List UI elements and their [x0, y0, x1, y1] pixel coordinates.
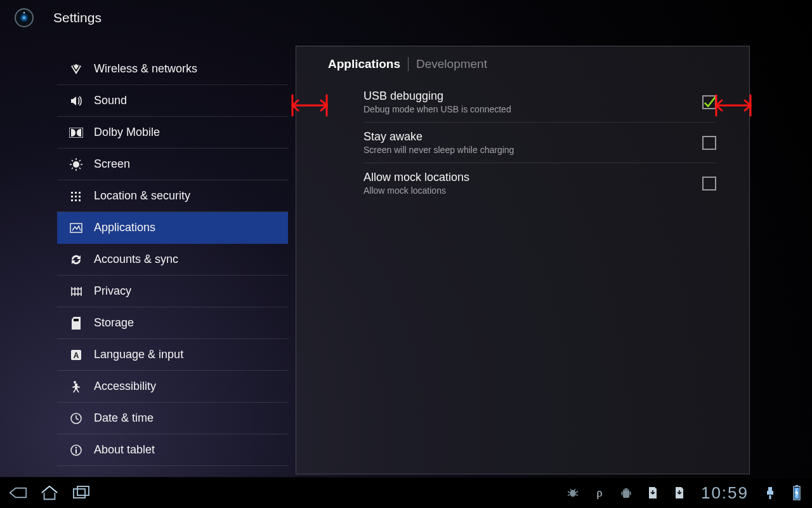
svg-rect-17: [75, 196, 77, 197]
svg-line-49: [575, 491, 578, 493]
page-title: Settings: [53, 10, 102, 25]
svg-rect-46: [77, 486, 89, 495]
detail-panel: Applications Development USB debuggingDe…: [296, 46, 750, 474]
debug-icon[interactable]: [564, 484, 582, 502]
dolby-icon: [67, 128, 85, 138]
sidebar-item-label: Accounts & sync: [94, 253, 178, 266]
sidebar-item-label: Screen: [94, 157, 130, 171]
sidebar-item-accessibility[interactable]: Accessibility: [57, 371, 288, 403]
home-button[interactable]: [41, 484, 58, 502]
option-subtitle: Screen will never sleep while charging: [363, 145, 514, 155]
svg-rect-60: [771, 491, 773, 495]
screen-icon: [67, 158, 85, 171]
svg-rect-16: [71, 196, 73, 197]
sidebar-item-sync[interactable]: Accounts & sync: [57, 244, 288, 276]
sidebar-item-label: Applications: [94, 221, 155, 234]
android-icon[interactable]: [617, 484, 635, 502]
sync-icon: [67, 253, 85, 266]
svg-line-53: [574, 489, 575, 491]
location-icon: [67, 190, 85, 203]
system-bar: ρ10:59: [0, 477, 812, 508]
svg-rect-59: [767, 491, 769, 495]
svg-line-48: [568, 491, 570, 493]
sidebar-item-datetime[interactable]: Date & time: [57, 403, 288, 434]
storage-icon: [67, 316, 85, 330]
sidebar-item-label: Sound: [94, 94, 127, 107]
option-row[interactable]: USB debuggingDebug mode when USB is conn…: [363, 82, 716, 123]
svg-rect-57: [630, 491, 631, 495]
svg-rect-14: [75, 192, 77, 194]
clock[interactable]: 10:59: [701, 483, 749, 503]
svg-point-1: [20, 13, 29, 22]
sidebar-item-about[interactable]: About tablet: [57, 434, 288, 466]
option-row[interactable]: Stay awakeScreen will never sleep while …: [363, 123, 716, 163]
option-subtitle: Debug mode when USB is connected: [363, 104, 511, 114]
option-title: Allow mock locations: [363, 171, 469, 184]
svg-point-37: [75, 446, 77, 448]
option-checkbox[interactable]: [702, 95, 716, 109]
about-icon: [67, 444, 85, 457]
wifi-icon: [67, 63, 85, 76]
svg-line-12: [72, 168, 73, 169]
svg-line-11: [79, 160, 81, 161]
option-title: Stay awake: [363, 130, 514, 144]
svg-rect-56: [621, 491, 622, 495]
sidebar-item-sound[interactable]: Sound: [57, 85, 288, 117]
breadcrumb-child[interactable]: Development: [416, 57, 487, 71]
svg-text:A: A: [74, 351, 79, 360]
accessibility-icon: [67, 380, 85, 393]
svg-rect-18: [79, 196, 81, 197]
back-button[interactable]: [9, 484, 27, 502]
svg-line-10: [79, 168, 81, 169]
sidebar-item-privacy[interactable]: Privacy: [57, 276, 288, 307]
svg-rect-20: [75, 199, 77, 201]
svg-point-4: [73, 161, 79, 168]
svg-line-52: [570, 489, 572, 491]
sidebar-item-apps[interactable]: Applications: [57, 212, 288, 244]
svg-point-2: [23, 12, 25, 13]
settings-sidebar: Wireless & networksSoundDolby MobileScre…: [57, 53, 288, 466]
datetime-icon: [67, 412, 85, 425]
wifi-icon[interactable]: [761, 484, 779, 502]
apps-icon: [67, 222, 85, 234]
breadcrumb-current[interactable]: Applications: [328, 57, 400, 71]
svg-point-47: [570, 490, 575, 497]
download2-icon[interactable]: [671, 484, 688, 502]
sidebar-item-wifi[interactable]: Wireless & networks: [57, 53, 288, 85]
svg-line-9: [72, 160, 73, 161]
rho-icon[interactable]: ρ: [591, 484, 608, 502]
recent-apps-button[interactable]: [72, 484, 90, 502]
sidebar-item-label: Accessibility: [94, 380, 156, 393]
svg-rect-21: [79, 199, 81, 201]
sound-icon: [67, 95, 85, 107]
sidebar-item-label: Language & input: [94, 348, 183, 361]
svg-line-35: [76, 418, 79, 420]
sidebar-item-label: Location & security: [94, 189, 190, 203]
app-header: Settings: [0, 0, 812, 36]
svg-point-32: [74, 381, 76, 384]
sidebar-item-location[interactable]: Location & security: [57, 180, 288, 212]
sidebar-item-language[interactable]: ALanguage & input: [57, 339, 288, 371]
sidebar-item-screen[interactable]: Screen: [57, 149, 288, 180]
svg-rect-38: [75, 449, 77, 453]
svg-rect-29: [74, 319, 79, 321]
svg-rect-13: [71, 192, 73, 194]
language-icon: A: [67, 349, 85, 361]
battery-charging-icon[interactable]: [788, 484, 806, 502]
svg-rect-19: [71, 199, 73, 201]
option-row[interactable]: Allow mock locationsAllow mock locations: [363, 163, 716, 203]
option-checkbox[interactable]: [702, 177, 716, 190]
option-checkbox[interactable]: [702, 136, 716, 150]
sidebar-item-storage[interactable]: Storage: [57, 307, 288, 339]
sidebar-item-label: About tablet: [94, 443, 155, 457]
sidebar-item-label: Wireless & networks: [94, 62, 197, 76]
options-list: USB debuggingDebug mode when USB is conn…: [296, 82, 749, 203]
option-subtitle: Allow mock locations: [363, 185, 469, 196]
sidebar-item-dolby[interactable]: Dolby Mobile: [57, 117, 288, 149]
sidebar-item-label: Privacy: [94, 284, 131, 298]
download1-icon[interactable]: [644, 484, 662, 502]
sidebar-item-label: Date & time: [94, 411, 154, 425]
sidebar-item-label: Dolby Mobile: [94, 126, 160, 139]
svg-line-50: [568, 495, 570, 495]
privacy-icon: [67, 285, 85, 298]
